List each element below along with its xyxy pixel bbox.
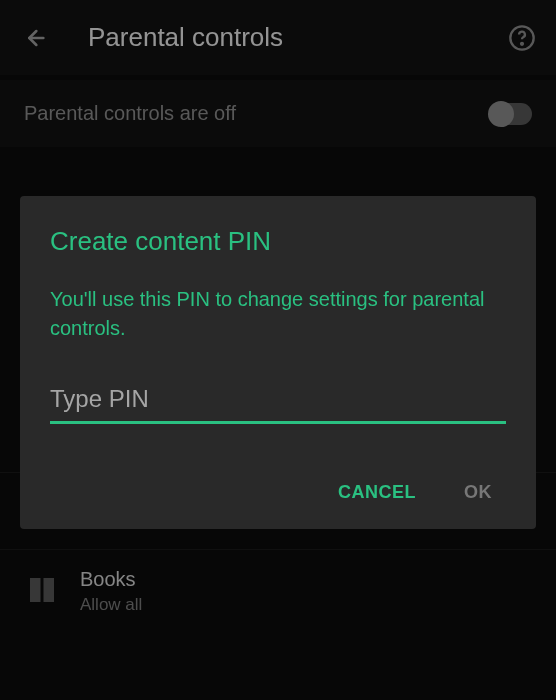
dialog-actions: CANCEL OK <box>50 474 506 511</box>
dialog-body: You'll use this PIN to change settings f… <box>50 285 506 343</box>
dialog-title: Create content PIN <box>50 226 506 257</box>
create-pin-dialog: Create content PIN You'll use this PIN t… <box>20 196 536 529</box>
cancel-button[interactable]: CANCEL <box>334 474 420 511</box>
pin-input-wrap <box>50 385 506 424</box>
pin-input[interactable] <box>50 385 506 413</box>
ok-button[interactable]: OK <box>460 474 496 511</box>
